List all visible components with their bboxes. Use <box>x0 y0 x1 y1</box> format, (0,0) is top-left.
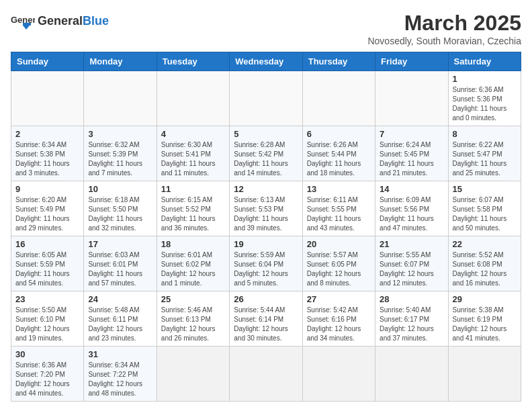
calendar-cell <box>302 347 375 402</box>
day-info: Sunrise: 5:38 AM Sunset: 6:19 PM Dayligh… <box>453 306 517 343</box>
day-number: 2 <box>15 129 79 139</box>
col-friday: Friday <box>375 52 448 71</box>
day-info: Sunrise: 6:34 AM Sunset: 5:38 PM Dayligh… <box>15 140 79 178</box>
day-number: 21 <box>380 239 443 249</box>
calendar-cell: 1Sunrise: 6:36 AM Sunset: 5:36 PM Daylig… <box>448 71 521 126</box>
day-info: Sunrise: 6:20 AM Sunset: 5:49 PM Dayligh… <box>15 195 79 233</box>
calendar-cell: 23Sunrise: 5:50 AM Sunset: 6:10 PM Dayli… <box>11 291 84 347</box>
calendar-cell <box>157 71 229 126</box>
day-number: 20 <box>307 239 371 249</box>
day-number: 3 <box>88 129 152 139</box>
calendar-cell: 2Sunrise: 6:34 AM Sunset: 5:38 PM Daylig… <box>11 126 84 181</box>
location-subtitle: Novosedly, South Moravian, Czechia <box>367 36 521 46</box>
day-info: Sunrise: 6:18 AM Sunset: 5:50 PM Dayligh… <box>88 195 152 233</box>
day-number: 17 <box>88 239 152 249</box>
day-number: 28 <box>380 294 443 304</box>
day-number: 18 <box>161 239 225 249</box>
day-number: 27 <box>307 294 371 304</box>
day-number: 13 <box>307 184 371 194</box>
calendar-cell: 27Sunrise: 5:42 AM Sunset: 6:16 PM Dayli… <box>302 291 375 347</box>
calendar-cell: 31Sunrise: 6:34 AM Sunset: 7:22 PM Dayli… <box>84 347 157 402</box>
day-info: Sunrise: 6:28 AM Sunset: 5:42 PM Dayligh… <box>234 140 298 178</box>
calendar-cell: 4Sunrise: 6:30 AM Sunset: 5:41 PM Daylig… <box>157 126 229 181</box>
calendar-cell <box>448 347 521 402</box>
calendar-cell: 30Sunrise: 6:36 AM Sunset: 7:20 PM Dayli… <box>11 347 84 402</box>
calendar-cell: 5Sunrise: 6:28 AM Sunset: 5:42 PM Daylig… <box>230 126 302 181</box>
logo-icon: General <box>11 11 35 31</box>
day-info: Sunrise: 6:26 AM Sunset: 5:44 PM Dayligh… <box>307 140 371 178</box>
calendar-cell: 29Sunrise: 5:38 AM Sunset: 6:19 PM Dayli… <box>448 291 521 347</box>
day-number: 14 <box>380 184 443 194</box>
day-info: Sunrise: 5:55 AM Sunset: 6:07 PM Dayligh… <box>380 250 443 288</box>
calendar-cell <box>230 71 302 126</box>
col-monday: Monday <box>84 52 157 71</box>
calendar-cell: 22Sunrise: 5:52 AM Sunset: 6:08 PM Dayli… <box>448 236 521 291</box>
day-info: Sunrise: 6:09 AM Sunset: 5:56 PM Dayligh… <box>380 195 443 233</box>
col-thursday: Thursday <box>302 52 375 71</box>
day-info: Sunrise: 5:57 AM Sunset: 6:05 PM Dayligh… <box>307 250 371 288</box>
col-tuesday: Tuesday <box>157 52 229 71</box>
day-number: 30 <box>15 349 79 359</box>
day-info: Sunrise: 6:22 AM Sunset: 5:47 PM Dayligh… <box>453 140 517 178</box>
calendar-table: Sunday Monday Tuesday Wednesday Thursday… <box>11 52 521 402</box>
calendar-cell <box>230 347 302 402</box>
calendar-cell <box>375 347 448 402</box>
day-number: 29 <box>453 294 517 304</box>
calendar-cell <box>157 347 229 402</box>
day-info: Sunrise: 5:44 AM Sunset: 6:14 PM Dayligh… <box>234 306 298 343</box>
calendar-cell: 18Sunrise: 6:01 AM Sunset: 6:02 PM Dayli… <box>157 236 229 291</box>
calendar-cell: 15Sunrise: 6:07 AM Sunset: 5:58 PM Dayli… <box>448 181 521 236</box>
title-section: March 2025 Novosedly, South Moravian, Cz… <box>367 11 521 46</box>
day-number: 5 <box>234 129 298 139</box>
calendar-cell: 6Sunrise: 6:26 AM Sunset: 5:44 PM Daylig… <box>302 126 375 181</box>
calendar-cell: 10Sunrise: 6:18 AM Sunset: 5:50 PM Dayli… <box>84 181 157 236</box>
day-info: Sunrise: 6:01 AM Sunset: 6:02 PM Dayligh… <box>161 250 225 288</box>
calendar-cell <box>375 71 448 126</box>
col-wednesday: Wednesday <box>230 52 302 71</box>
day-info: Sunrise: 6:13 AM Sunset: 5:53 PM Dayligh… <box>234 195 298 233</box>
calendar-week-row: 2Sunrise: 6:34 AM Sunset: 5:38 PM Daylig… <box>11 126 521 181</box>
day-number: 11 <box>161 184 225 194</box>
calendar-cell: 12Sunrise: 6:13 AM Sunset: 5:53 PM Dayli… <box>230 181 302 236</box>
day-number: 24 <box>88 294 152 304</box>
logo-blue-text: Blue <box>83 14 109 28</box>
day-number: 1 <box>453 74 517 84</box>
calendar-cell: 26Sunrise: 5:44 AM Sunset: 6:14 PM Dayli… <box>230 291 302 347</box>
day-info: Sunrise: 6:07 AM Sunset: 5:58 PM Dayligh… <box>453 195 517 233</box>
calendar-cell: 7Sunrise: 6:24 AM Sunset: 5:45 PM Daylig… <box>375 126 448 181</box>
day-info: Sunrise: 6:11 AM Sunset: 5:55 PM Dayligh… <box>307 195 371 233</box>
logo: General GeneralBlue <box>11 11 109 31</box>
calendar-cell: 17Sunrise: 6:03 AM Sunset: 6:01 PM Dayli… <box>84 236 157 291</box>
col-sunday: Sunday <box>11 52 84 71</box>
day-info: Sunrise: 5:40 AM Sunset: 6:17 PM Dayligh… <box>380 306 443 343</box>
day-info: Sunrise: 6:36 AM Sunset: 5:36 PM Dayligh… <box>453 85 517 123</box>
day-info: Sunrise: 5:59 AM Sunset: 6:04 PM Dayligh… <box>234 250 298 288</box>
calendar-week-row: 30Sunrise: 6:36 AM Sunset: 7:20 PM Dayli… <box>11 347 521 402</box>
day-number: 4 <box>161 129 225 139</box>
calendar-cell: 28Sunrise: 5:40 AM Sunset: 6:17 PM Dayli… <box>375 291 448 347</box>
day-info: Sunrise: 6:03 AM Sunset: 6:01 PM Dayligh… <box>88 250 152 288</box>
day-number: 12 <box>234 184 298 194</box>
calendar-cell: 19Sunrise: 5:59 AM Sunset: 6:04 PM Dayli… <box>230 236 302 291</box>
day-info: Sunrise: 6:30 AM Sunset: 5:41 PM Dayligh… <box>161 140 225 178</box>
calendar-cell: 11Sunrise: 6:15 AM Sunset: 5:52 PM Dayli… <box>157 181 229 236</box>
calendar-cell: 8Sunrise: 6:22 AM Sunset: 5:47 PM Daylig… <box>448 126 521 181</box>
day-info: Sunrise: 5:52 AM Sunset: 6:08 PM Dayligh… <box>453 250 517 288</box>
day-info: Sunrise: 5:42 AM Sunset: 6:16 PM Dayligh… <box>307 306 371 343</box>
calendar-cell: 13Sunrise: 6:11 AM Sunset: 5:55 PM Dayli… <box>302 181 375 236</box>
day-number: 16 <box>15 239 79 249</box>
day-number: 8 <box>453 129 517 139</box>
day-number: 19 <box>234 239 298 249</box>
calendar-week-row: 1Sunrise: 6:36 AM Sunset: 5:36 PM Daylig… <box>11 71 521 126</box>
page-header: General GeneralBlue March 2025 Novosedly… <box>11 11 521 46</box>
calendar-week-row: 9Sunrise: 6:20 AM Sunset: 5:49 PM Daylig… <box>11 181 521 236</box>
calendar-cell <box>84 71 157 126</box>
logo-general-text: General <box>38 14 83 28</box>
day-info: Sunrise: 6:05 AM Sunset: 5:59 PM Dayligh… <box>15 250 79 288</box>
calendar-cell: 25Sunrise: 5:46 AM Sunset: 6:13 PM Dayli… <box>157 291 229 347</box>
calendar-header-row: Sunday Monday Tuesday Wednesday Thursday… <box>11 52 521 71</box>
day-number: 15 <box>453 184 517 194</box>
day-number: 7 <box>380 129 443 139</box>
day-info: Sunrise: 6:36 AM Sunset: 7:20 PM Dayligh… <box>15 361 79 398</box>
day-number: 6 <box>307 129 371 139</box>
